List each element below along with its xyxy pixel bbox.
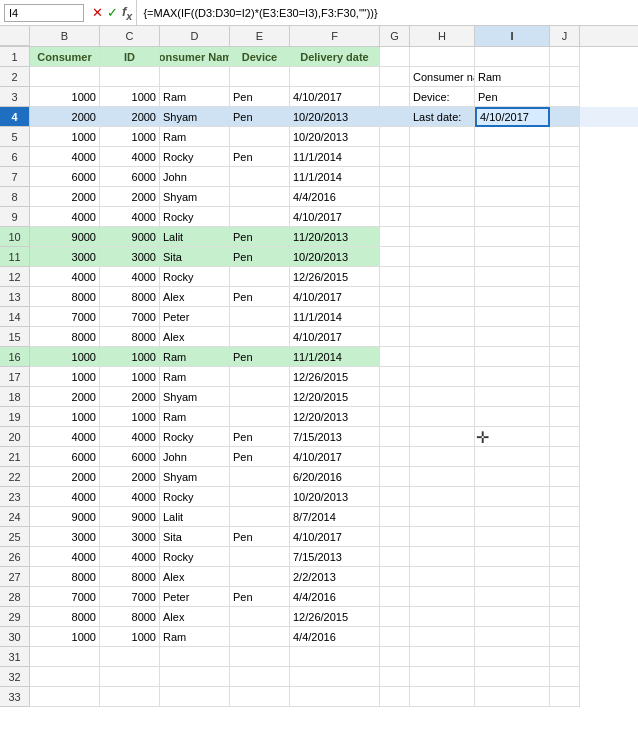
cell-g1[interactable] xyxy=(380,47,410,67)
cell-i4[interactable]: 4/10/2017 xyxy=(475,107,550,127)
cell-b4[interactable]: 2000 xyxy=(30,107,100,127)
cell-c33[interactable] xyxy=(100,687,160,707)
cell-j11[interactable] xyxy=(550,247,580,267)
row-header-7[interactable]: 7 xyxy=(0,167,30,187)
cell-c11[interactable]: 3000 xyxy=(100,247,160,267)
cell-h21[interactable] xyxy=(410,447,475,467)
cell-c28[interactable]: 7000 xyxy=(100,587,160,607)
col-header-j[interactable]: J xyxy=(550,26,580,46)
cell-d21[interactable]: John xyxy=(160,447,230,467)
cell-g16[interactable] xyxy=(380,347,410,367)
cell-d5[interactable]: Ram xyxy=(160,127,230,147)
cell-j7[interactable] xyxy=(550,167,580,187)
cell-i26[interactable] xyxy=(475,547,550,567)
cell-g2[interactable] xyxy=(380,67,410,87)
cell-h23[interactable] xyxy=(410,487,475,507)
cell-d16[interactable]: Ram xyxy=(160,347,230,367)
cell-g32[interactable] xyxy=(380,667,410,687)
cell-j5[interactable] xyxy=(550,127,580,147)
col-header-d[interactable]: D xyxy=(160,26,230,46)
cell-b19[interactable]: 1000 xyxy=(30,407,100,427)
row-header-33[interactable]: 33 xyxy=(0,687,30,707)
cell-e31[interactable] xyxy=(230,647,290,667)
cell-e2[interactable] xyxy=(230,67,290,87)
cell-h29[interactable] xyxy=(410,607,475,627)
cell-h7[interactable] xyxy=(410,167,475,187)
cell-b11[interactable]: 3000 xyxy=(30,247,100,267)
cell-g9[interactable] xyxy=(380,207,410,227)
cell-b7[interactable]: 6000 xyxy=(30,167,100,187)
cell-c3[interactable]: 1000 xyxy=(100,87,160,107)
cell-c19[interactable]: 1000 xyxy=(100,407,160,427)
cell-f11[interactable]: 10/20/2013 xyxy=(290,247,380,267)
cell-e25[interactable]: Pen xyxy=(230,527,290,547)
cell-h22[interactable] xyxy=(410,467,475,487)
cell-e17[interactable] xyxy=(230,367,290,387)
cell-d33[interactable] xyxy=(160,687,230,707)
cell-f31[interactable] xyxy=(290,647,380,667)
cell-i22[interactable] xyxy=(475,467,550,487)
cell-j6[interactable] xyxy=(550,147,580,167)
cell-g8[interactable] xyxy=(380,187,410,207)
cell-e9[interactable] xyxy=(230,207,290,227)
cell-b27[interactable]: 8000 xyxy=(30,567,100,587)
cell-b14[interactable]: 7000 xyxy=(30,307,100,327)
cell-h2[interactable]: Consumer name: xyxy=(410,67,475,87)
cell-h13[interactable] xyxy=(410,287,475,307)
cell-e27[interactable] xyxy=(230,567,290,587)
cell-b23[interactable]: 4000 xyxy=(30,487,100,507)
cell-d24[interactable]: Lalit xyxy=(160,507,230,527)
cell-j27[interactable] xyxy=(550,567,580,587)
cell-j1[interactable] xyxy=(550,47,580,67)
cell-i1[interactable] xyxy=(475,47,550,67)
cell-i30[interactable] xyxy=(475,627,550,647)
cell-i17[interactable] xyxy=(475,367,550,387)
cell-d12[interactable]: Rocky xyxy=(160,267,230,287)
cell-b18[interactable]: 2000 xyxy=(30,387,100,407)
cell-i9[interactable] xyxy=(475,207,550,227)
cell-f6[interactable]: 11/1/2014 xyxy=(290,147,380,167)
cell-d13[interactable]: Alex xyxy=(160,287,230,307)
cell-h28[interactable] xyxy=(410,587,475,607)
row-header-13[interactable]: 13 xyxy=(0,287,30,307)
insert-function-icon[interactable]: fx xyxy=(122,4,132,22)
cell-f29[interactable]: 12/26/2015 xyxy=(290,607,380,627)
cell-e8[interactable] xyxy=(230,187,290,207)
cell-e22[interactable] xyxy=(230,467,290,487)
cell-e7[interactable] xyxy=(230,167,290,187)
cell-d2[interactable] xyxy=(160,67,230,87)
confirm-icon[interactable]: ✓ xyxy=(107,5,118,20)
cell-c26[interactable]: 4000 xyxy=(100,547,160,567)
cell-c31[interactable] xyxy=(100,647,160,667)
cell-h20[interactable] xyxy=(410,427,475,447)
cell-c2[interactable] xyxy=(100,67,160,87)
cell-h14[interactable] xyxy=(410,307,475,327)
row-header-31[interactable]: 31 xyxy=(0,647,30,667)
cell-f2[interactable] xyxy=(290,67,380,87)
cell-j23[interactable] xyxy=(550,487,580,507)
cell-g15[interactable] xyxy=(380,327,410,347)
row-header-16[interactable]: 16 xyxy=(0,347,30,367)
cell-j17[interactable] xyxy=(550,367,580,387)
cell-e14[interactable] xyxy=(230,307,290,327)
cell-d6[interactable]: Rocky xyxy=(160,147,230,167)
cell-c5[interactable]: 1000 xyxy=(100,127,160,147)
cell-j18[interactable] xyxy=(550,387,580,407)
cell-d14[interactable]: Peter xyxy=(160,307,230,327)
cell-f17[interactable]: 12/26/2015 xyxy=(290,367,380,387)
cell-h33[interactable] xyxy=(410,687,475,707)
cell-d10[interactable]: Lalit xyxy=(160,227,230,247)
cell-d30[interactable]: Ram xyxy=(160,627,230,647)
cell-i27[interactable] xyxy=(475,567,550,587)
cell-c1[interactable]: ID xyxy=(100,47,160,67)
cell-b25[interactable]: 3000 xyxy=(30,527,100,547)
cell-j29[interactable] xyxy=(550,607,580,627)
cell-h15[interactable] xyxy=(410,327,475,347)
cell-c12[interactable]: 4000 xyxy=(100,267,160,287)
cell-c9[interactable]: 4000 xyxy=(100,207,160,227)
cell-h32[interactable] xyxy=(410,667,475,687)
cell-j20[interactable] xyxy=(550,427,580,447)
cell-g19[interactable] xyxy=(380,407,410,427)
cell-b5[interactable]: 1000 xyxy=(30,127,100,147)
cell-g26[interactable] xyxy=(380,547,410,567)
